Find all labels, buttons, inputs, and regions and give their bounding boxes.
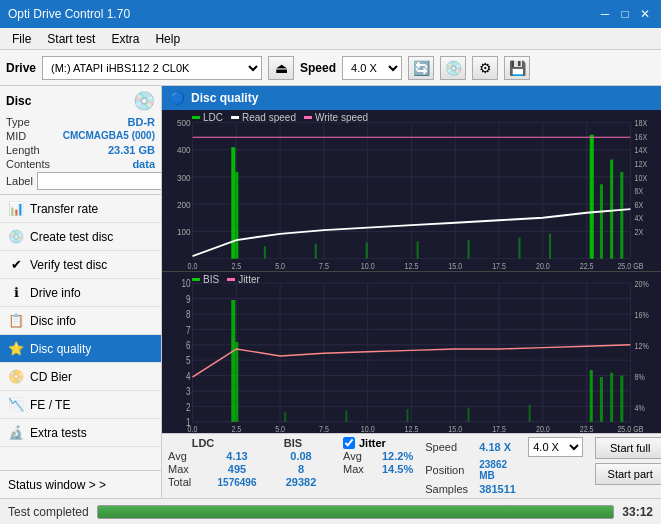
menu-start-test[interactable]: Start test [39, 30, 103, 48]
speed-label: Speed [300, 61, 336, 75]
ldc-total: 1576496 [207, 477, 267, 488]
svg-rect-50 [315, 244, 317, 259]
nav-cd-bler[interactable]: 📀 CD Bier [0, 363, 161, 391]
start-part-button[interactable]: Start part [595, 463, 661, 485]
cd-bler-icon: 📀 [8, 369, 24, 384]
disc-info-icon: 📋 [8, 313, 24, 328]
action-buttons: Start full Start part [595, 437, 661, 485]
nav-drive-info-label: Drive info [30, 286, 81, 300]
toolbar: Drive (M:) ATAPI iHBS112 2 CL0K ⏏ Speed … [0, 50, 661, 86]
menu-help[interactable]: Help [147, 30, 188, 48]
svg-text:100: 100 [177, 226, 191, 237]
progress-bar [98, 506, 614, 518]
svg-text:10X: 10X [635, 173, 648, 183]
svg-text:20.0: 20.0 [536, 261, 550, 271]
svg-rect-109 [620, 376, 623, 422]
contents-value: data [132, 158, 155, 170]
status-text: Test completed [8, 505, 89, 519]
svg-text:10.0: 10.0 [361, 261, 375, 271]
svg-rect-111 [345, 411, 347, 422]
svg-text:4%: 4% [635, 401, 646, 412]
nav-cd-bler-label: CD Bier [30, 370, 72, 384]
settings-button[interactable]: ⚙ [472, 56, 498, 80]
maximize-button[interactable]: □ [617, 6, 633, 22]
chart1-legend: LDC Read speed Write speed [192, 112, 368, 123]
status-window-label: Status window > > [8, 478, 106, 492]
svg-text:2: 2 [186, 400, 191, 413]
bis-legend-label: BIS [203, 274, 219, 285]
nav-disc-info[interactable]: 📋 Disc info [0, 307, 161, 335]
nav-drive-info[interactable]: ℹ Drive info [0, 279, 161, 307]
svg-text:22.5: 22.5 [580, 422, 594, 433]
svg-text:0.0: 0.0 [188, 422, 198, 433]
chart1-svg: 500 400 300 200 100 18X 16X 14X 12X 10X … [162, 110, 661, 271]
nav-verify-test-disc-label: Verify test disc [30, 258, 107, 272]
chart2-legend: BIS Jitter [192, 274, 260, 285]
jitter-max-label: Max [343, 463, 378, 475]
samples-label: Samples [425, 483, 475, 495]
svg-text:2X: 2X [635, 227, 644, 237]
jitter-checkbox[interactable] [343, 437, 355, 449]
svg-text:5.0: 5.0 [275, 261, 285, 271]
menu-file[interactable]: File [4, 30, 39, 48]
bis-legend: BIS [192, 274, 219, 285]
time-display: 33:12 [622, 505, 653, 519]
avg-label: Avg [168, 450, 203, 462]
svg-rect-51 [366, 243, 368, 259]
chart1-wrapper: LDC Read speed Write speed [162, 110, 661, 272]
svg-text:12.5: 12.5 [405, 422, 419, 433]
minimize-button[interactable]: ─ [597, 6, 613, 22]
nav-extra-tests[interactable]: 🔬 Extra tests [0, 419, 161, 447]
window-controls: ─ □ ✕ [597, 6, 653, 22]
speed-select-stats[interactable]: 4.0 X 2.0 X Max [528, 437, 583, 457]
sidebar: Disc 💿 Type BD-R MID CMCMAGBA5 (000) Len… [0, 86, 162, 498]
svg-text:8%: 8% [635, 371, 646, 382]
svg-rect-110 [284, 412, 286, 422]
svg-text:7.5: 7.5 [319, 261, 329, 271]
progress-container [97, 505, 615, 519]
ldc-avg: 4.13 [207, 450, 267, 462]
nav-transfer-rate[interactable]: 📊 Transfer rate [0, 195, 161, 223]
position-val: 23862 MB [479, 459, 524, 481]
svg-text:12X: 12X [635, 159, 648, 169]
drive-select[interactable]: (M:) ATAPI iHBS112 2 CL0K [42, 56, 262, 80]
bis-avg: 0.08 [271, 450, 331, 462]
svg-rect-105 [235, 342, 238, 422]
nav-fe-te[interactable]: 📉 FE / TE [0, 391, 161, 419]
bis-header: BIS [258, 437, 328, 449]
svg-rect-108 [610, 373, 613, 422]
close-button[interactable]: ✕ [637, 6, 653, 22]
svg-text:300: 300 [177, 172, 191, 183]
samples-val: 381511 [479, 483, 524, 495]
svg-text:25.0 GB: 25.0 GB [617, 422, 643, 433]
label-label: Label [6, 175, 33, 187]
disc-quality-icon: ⭐ [8, 341, 24, 356]
charts-container: LDC Read speed Write speed [162, 110, 661, 433]
media-button[interactable]: 💿 [440, 56, 466, 80]
svg-text:5.0: 5.0 [275, 422, 285, 433]
svg-text:15.0: 15.0 [448, 261, 462, 271]
menu-extra[interactable]: Extra [103, 30, 147, 48]
speed-select-toolbar[interactable]: 4.0 X 1.0 X 2.0 X 6.0 X 8.0 X Max [342, 56, 402, 80]
start-full-button[interactable]: Start full [595, 437, 661, 459]
nav-verify-test-disc[interactable]: ✔ Verify test disc [0, 251, 161, 279]
jitter-max: 14.5% [382, 463, 413, 475]
eject-button[interactable]: ⏏ [268, 56, 294, 80]
refresh-button[interactable]: 🔄 [408, 56, 434, 80]
extra-tests-icon: 🔬 [8, 425, 24, 440]
jitter-legend: Jitter [227, 274, 260, 285]
save-button[interactable]: 💾 [504, 56, 530, 80]
label-input[interactable] [37, 172, 162, 190]
svg-text:4: 4 [186, 370, 191, 383]
disc-panel: Disc 💿 Type BD-R MID CMCMAGBA5 (000) Len… [0, 86, 161, 195]
nav-fe-te-label: FE / TE [30, 398, 70, 412]
status-window[interactable]: Status window > > [0, 470, 161, 498]
svg-text:8: 8 [186, 308, 191, 321]
svg-text:4X: 4X [635, 214, 644, 224]
svg-text:8X: 8X [635, 187, 644, 197]
nav-disc-quality[interactable]: ⭐ Disc quality [0, 335, 161, 363]
ldc-max: 495 [207, 463, 267, 475]
fe-te-icon: 📉 [8, 397, 24, 412]
svg-rect-112 [406, 409, 408, 422]
nav-create-test-disc[interactable]: 💿 Create test disc [0, 223, 161, 251]
